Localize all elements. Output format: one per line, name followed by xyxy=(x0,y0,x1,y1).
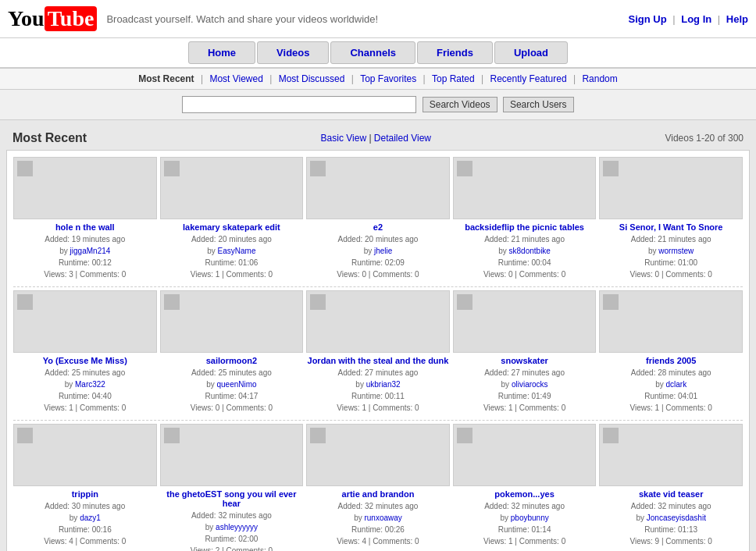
content-title: Most Recent xyxy=(12,131,87,145)
subnav-recently-featured[interactable]: Recently Featured xyxy=(490,73,567,84)
nav-home[interactable]: Home xyxy=(188,41,255,64)
content-header: Most Recent Basic View | Detailed View V… xyxy=(6,126,750,150)
video-author[interactable]: sk8dontbike xyxy=(509,247,551,255)
video-title[interactable]: Si Senor, I Want To Snore xyxy=(599,222,743,232)
video-author[interactable]: jiggaMn214 xyxy=(70,247,111,255)
video-meta: Added: 21 minutes ago by wormstew Runtim… xyxy=(599,233,743,280)
video-thumbnail[interactable] xyxy=(13,424,157,486)
video-thumbnail[interactable] xyxy=(13,157,157,219)
video-title[interactable]: skate vid teaser xyxy=(599,489,743,499)
video-title[interactable]: Jordan with the steal and the dunk xyxy=(306,356,450,365)
list-item: snowskater Added: 27 minutes ago by oliv… xyxy=(453,290,597,414)
video-title[interactable]: pokemon...yes xyxy=(453,489,597,499)
basic-view-link[interactable]: Basic View xyxy=(321,133,366,144)
logo-tube: Tube xyxy=(45,6,98,31)
row-divider xyxy=(13,286,743,287)
video-thumbnail[interactable] xyxy=(453,290,597,353)
view-toggle: Basic View | Detailed View xyxy=(321,133,431,144)
list-item: lakemary skatepark edit Added: 20 minute… xyxy=(160,157,304,280)
video-author[interactable]: Joncaseyisdashit xyxy=(647,514,706,522)
video-author[interactable]: dclark xyxy=(666,380,687,389)
video-author[interactable]: runxoaway xyxy=(364,514,401,522)
subnav-random[interactable]: Random xyxy=(582,73,617,84)
video-thumbnail[interactable] xyxy=(453,424,597,486)
search-users-button[interactable]: Search Users xyxy=(503,97,574,112)
video-title[interactable]: lakemary skatepark edit xyxy=(160,222,304,232)
video-thumbnail[interactable] xyxy=(160,424,304,486)
video-thumbnail[interactable] xyxy=(599,290,743,353)
search-videos-button[interactable]: Search Videos xyxy=(423,97,497,112)
video-title[interactable]: the ghetoEST song you wil ever hear xyxy=(160,489,304,508)
video-meta: Added: 32 minutes ago by pboybunny Runti… xyxy=(453,500,597,547)
search-bar: Search Videos Search Users xyxy=(0,90,756,120)
logo-you: You xyxy=(8,6,45,31)
list-item: Jordan with the steal and the dunk Added… xyxy=(306,290,450,414)
help-link[interactable]: Help xyxy=(726,13,748,25)
sign-up-link[interactable]: Sign Up xyxy=(628,13,666,25)
video-thumbnail[interactable] xyxy=(160,157,304,219)
video-title[interactable]: friends 2005 xyxy=(599,356,743,365)
sub-nav: Most Recent | Most Viewed | Most Discuss… xyxy=(0,69,756,90)
subnav-top-rated[interactable]: Top Rated xyxy=(432,73,475,84)
list-item: backsideflip the picnic tables Added: 21… xyxy=(453,157,597,280)
video-meta: Added: 27 minutes ago by ukbrian32 Runti… xyxy=(306,367,450,414)
video-thumbnail[interactable] xyxy=(599,157,743,219)
video-thumbnail[interactable] xyxy=(599,424,743,486)
video-row-2: Yo (Excuse Me Miss) Added: 25 minutes ag… xyxy=(13,290,743,414)
video-author[interactable]: ashleyyyyyy xyxy=(216,523,258,531)
list-item: skate vid teaser Added: 32 minutes ago b… xyxy=(599,424,743,551)
video-title[interactable]: Yo (Excuse Me Miss) xyxy=(13,356,157,365)
subnav-most-recent[interactable]: Most Recent xyxy=(138,73,194,84)
video-title[interactable]: hole n the wall xyxy=(13,222,157,232)
video-meta: Added: 20 minutes ago by EasyName Runtim… xyxy=(160,233,304,280)
video-author[interactable]: queenNimo xyxy=(216,380,256,389)
video-thumbnail[interactable] xyxy=(160,290,304,353)
list-item: friends 2005 Added: 28 minutes ago by dc… xyxy=(599,290,743,414)
video-title[interactable]: trippin xyxy=(13,489,157,499)
video-title[interactable]: e2 xyxy=(306,222,450,232)
video-meta: Added: 27 minutes ago by oliviarocks Run… xyxy=(453,367,597,414)
search-input[interactable] xyxy=(182,96,416,113)
video-title[interactable]: backsideflip the picnic tables xyxy=(453,222,597,232)
video-author[interactable]: wormstew xyxy=(658,247,694,255)
video-grid: hole n the wall Added: 19 minutes ago by… xyxy=(6,150,750,551)
nav-channels[interactable]: Channels xyxy=(330,41,415,64)
video-thumbnail[interactable] xyxy=(453,157,597,219)
row-divider xyxy=(13,420,743,421)
video-title[interactable]: artie and brandon xyxy=(306,489,450,499)
video-meta: Added: 30 minutes ago by dazy1 Runtime: … xyxy=(13,500,157,547)
video-meta: Added: 32 minutes ago by runxoaway Runti… xyxy=(306,500,450,547)
log-in-link[interactable]: Log In xyxy=(681,13,711,25)
list-item: the ghetoEST song you wil ever hear Adde… xyxy=(160,424,304,551)
video-meta: Added: 19 minutes ago by jiggaMn214 Runt… xyxy=(13,233,157,280)
subnav-top-favorites[interactable]: Top Favorites xyxy=(360,73,416,84)
video-thumbnail[interactable] xyxy=(306,157,450,219)
nav-upload[interactable]: Upload xyxy=(494,41,568,64)
video-author[interactable]: pboybunny xyxy=(511,514,549,522)
video-thumbnail[interactable] xyxy=(306,424,450,486)
video-author[interactable]: dazy1 xyxy=(80,514,101,522)
video-row-1: hole n the wall Added: 19 minutes ago by… xyxy=(13,157,743,280)
video-author[interactable]: jhelie xyxy=(374,247,392,255)
video-meta: Added: 32 minutes ago by Joncaseyisdashi… xyxy=(599,500,743,547)
video-thumbnail[interactable] xyxy=(306,290,450,353)
list-item: Si Senor, I Want To Snore Added: 21 minu… xyxy=(599,157,743,280)
main-nav: Home Videos Channels Friends Upload xyxy=(0,38,756,69)
video-author[interactable]: Marc322 xyxy=(75,380,105,389)
video-meta: Added: 20 minutes ago by jhelie Runtime:… xyxy=(306,233,450,280)
video-author[interactable]: ukbrian32 xyxy=(366,380,401,389)
video-meta: Added: 32 minutes ago by ashleyyyyyy Run… xyxy=(160,510,304,551)
subnav-most-viewed[interactable]: Most Viewed xyxy=(209,73,262,84)
video-author[interactable]: EasyName xyxy=(218,247,256,255)
subnav-most-discussed[interactable]: Most Discussed xyxy=(279,73,345,84)
nav-videos[interactable]: Videos xyxy=(257,41,329,64)
video-title[interactable]: snowskater xyxy=(453,356,597,365)
logo[interactable]: YouTube xyxy=(8,6,97,31)
video-title[interactable]: sailormoon2 xyxy=(160,356,304,365)
video-meta: Added: 28 minutes ago by dclark Runtime:… xyxy=(599,367,743,414)
video-author[interactable]: oliviarocks xyxy=(512,380,548,389)
video-thumbnail[interactable] xyxy=(13,290,157,353)
main-content: Most Recent Basic View | Detailed View V… xyxy=(0,120,756,551)
nav-friends[interactable]: Friends xyxy=(417,41,493,64)
detailed-view-link[interactable]: Detailed View xyxy=(374,133,431,144)
